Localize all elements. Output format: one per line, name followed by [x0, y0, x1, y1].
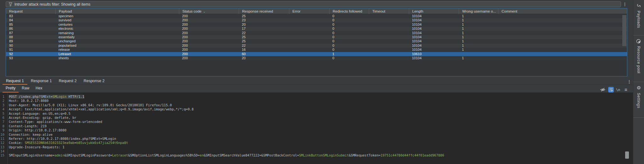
cell-error: [289, 14, 329, 18]
editor-line: 10Connection: keep-alive: [0, 133, 633, 137]
tab-response-1[interactable]: Response 1: [27, 78, 55, 85]
column-header-response-received[interactable]: Response received: [239, 8, 289, 14]
attack-results-table: Request Payload Status code⌄ Response re…: [6, 8, 627, 77]
table-row[interactable]: 93sheets200200101041: [6, 56, 627, 60]
show-newlines-icon[interactable]: \n: [616, 88, 620, 92]
editor-line: 5Accept-Language: en-US,en;q=0.5: [0, 112, 633, 116]
table-row[interactable]: 84survived200230101041: [6, 18, 627, 22]
cell-length: 10104: [409, 35, 459, 39]
table-row[interactable]: 90popularised200220101041: [6, 44, 627, 48]
table-row[interactable]: 83specimen200250101041: [6, 14, 627, 18]
request-editor[interactable]: 1POST /index.php?SMExt=SMLogin HTTP/1.12…: [0, 93, 633, 164]
payloads-icon: [636, 3, 641, 8]
column-header-comment[interactable]: Comment: [498, 8, 627, 14]
column-header-redirects-followed[interactable]: Redirects followed: [329, 8, 369, 14]
column-header-error[interactable]: Error: [289, 8, 329, 14]
cell-wrong_username: 1: [459, 23, 498, 27]
line-number: 7: [0, 120, 6, 124]
table-row[interactable]: 89unchanged200250101041: [6, 39, 627, 43]
sidebar-tab-resource-pool[interactable]: Resource pool: [633, 35, 644, 82]
editor-line: 11Referer: http://10.0.2.17:8080/index.p…: [0, 137, 633, 141]
cell-length: 10104: [409, 14, 459, 18]
cell-comment: [498, 35, 627, 39]
cell-payload: remaining: [55, 31, 179, 35]
column-header-length[interactable]: Length: [409, 8, 459, 14]
column-header-status-code[interactable]: Status code⌄: [179, 8, 239, 14]
cell-wrong_username: 1: [459, 18, 498, 22]
cell-status: 200: [179, 14, 239, 18]
editor-line: 4Accept: text/html,application/xhtml+xml…: [0, 107, 633, 111]
editor-scrollbar-thumb[interactable]: [625, 151, 629, 159]
cell-status: 200: [179, 31, 239, 35]
cell-error: [289, 56, 329, 60]
cell-response_received: 22: [239, 31, 289, 35]
sidebar-tab-settings[interactable]: ⚙ Settings: [633, 82, 644, 117]
cell-request: 93: [6, 56, 55, 60]
intruder-filter-bar[interactable]: Intruder attack results filter: Showing …: [6, 1, 621, 7]
column-header-payload[interactable]: Payload: [55, 8, 179, 14]
view-tabs: Pretty Raw Hex: [3, 85, 46, 93]
sidebar-tab-payloads[interactable]: Payloads: [633, 0, 644, 35]
table-row[interactable]: 88essentially200250101041: [6, 35, 627, 39]
cell-request: 84: [6, 18, 55, 22]
cell-wrong_username: 1: [459, 39, 498, 43]
cell-wrong_username: [459, 52, 498, 56]
cell-payload: sheets: [55, 56, 179, 60]
table-row[interactable]: 86electronic200170101041: [6, 27, 627, 31]
cell-request: 86: [6, 27, 55, 31]
resource-pool-icon: [636, 39, 641, 44]
tab-response-2[interactable]: Response 2: [80, 78, 108, 85]
tab-hex[interactable]: Hex: [32, 85, 45, 93]
sidebar-tab-label: Resource pool: [636, 46, 641, 73]
settings-gear-icon: ⚙: [636, 85, 641, 90]
tabs-divider: [0, 85, 633, 85]
cell-response_received: 25: [239, 39, 289, 43]
cell-timeout: [369, 31, 409, 35]
message-editor-kebab-icon[interactable]: ⋮: [627, 80, 632, 84]
cell-redirects: 1: [329, 52, 369, 56]
cell-status: 200: [179, 35, 239, 39]
cell-error: [289, 44, 329, 48]
cell-timeout: [369, 52, 409, 56]
cell-request: 88: [6, 35, 55, 39]
sidebar-tab-label: Settings: [636, 93, 641, 108]
tab-raw[interactable]: Raw: [19, 85, 32, 93]
cell-wrong_username: 1: [459, 56, 498, 60]
editor-menu-hamburger-icon[interactable]: ≡: [625, 87, 627, 93]
table-row[interactable]: 92Letraset20060110610: [6, 52, 627, 56]
cell-wrong_username: 1: [459, 44, 498, 48]
cell-redirects: 0: [329, 44, 369, 48]
column-header-request[interactable]: Request: [6, 8, 55, 14]
tab-request-1[interactable]: Request 1: [3, 78, 27, 85]
table-vertical-scrollbar[interactable]: [622, 15, 626, 46]
line-number: 15: [0, 153, 6, 157]
cell-length: 10104: [409, 56, 459, 60]
table-row[interactable]: 85centuries200200101041: [6, 23, 627, 27]
tab-pretty[interactable]: Pretty: [3, 85, 19, 93]
cell-comment: [498, 39, 627, 43]
cell-wrong_username: 1: [459, 27, 498, 31]
cell-redirects: 0: [329, 18, 369, 22]
editor-line: 8Content-Length: 219: [0, 124, 633, 128]
tab-request-2[interactable]: Request 2: [55, 78, 80, 85]
cell-comment: [498, 23, 627, 27]
sort-chevron-icon: ⌄: [203, 10, 206, 13]
cell-response_received: 25: [239, 35, 289, 39]
editor-line: 7Content-Type: application/x-www-form-ur…: [0, 120, 633, 124]
line-number: 5: [0, 112, 6, 116]
line-number: 9: [0, 128, 6, 132]
table-row[interactable]: 91release200160101041: [6, 48, 627, 52]
word-wrap-icon[interactable]: [608, 87, 614, 93]
cell-error: [289, 27, 329, 31]
cell-timeout: [369, 35, 409, 39]
gutter-separator: [8, 93, 8, 164]
table-row[interactable]: 87remaining200220101041: [6, 31, 627, 35]
cell-payload: essentially: [55, 35, 179, 39]
column-header-wrong-username[interactable]: Wrong username o...: [459, 8, 498, 14]
cell-length: 10104: [409, 31, 459, 35]
filter-bar-label: Intruder attack results filter: Showing …: [14, 2, 90, 7]
cell-error: [289, 18, 329, 22]
cell-length: 10104: [409, 27, 459, 31]
column-header-timeout[interactable]: Timeout: [369, 8, 409, 14]
results-menu-kebab-icon[interactable]: ⋮: [622, 2, 627, 7]
